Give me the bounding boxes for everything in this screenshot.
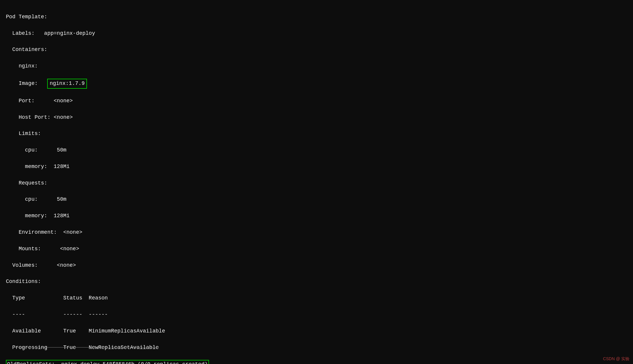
progressing-line: Progressing True NewReplicaSetAvailable bbox=[6, 344, 627, 352]
cond-header-line: Type Status Reason bbox=[6, 294, 627, 302]
mounts-line: Mounts: <none> bbox=[6, 245, 627, 253]
containers-text: Containers: bbox=[6, 47, 47, 52]
available-line: Available True MinimumReplicasAvailable bbox=[6, 327, 627, 335]
port-text: Port: <none> bbox=[6, 98, 73, 104]
old-replica-text: OldReplicaSets: nginx-deploy-548f85846b … bbox=[7, 361, 208, 364]
req-cpu-text: cpu: 50m bbox=[6, 196, 66, 202]
mounts-text: Mounts: <none> bbox=[6, 246, 79, 252]
requests-line: Requests: bbox=[6, 179, 627, 187]
watermark: CSDN @ 实验 bbox=[603, 356, 629, 362]
progressing-text: Progressing True NewReplicaSetAvailable bbox=[12, 345, 159, 350]
environment-text: Environment: <none> bbox=[6, 229, 82, 235]
cond-sep-line: ---- ------ ------ bbox=[6, 311, 627, 319]
replica-sets-block: OldReplicaSets: nginx-deploy-548f85846b … bbox=[6, 360, 627, 364]
nginx-line: nginx: bbox=[6, 62, 627, 70]
available-text: Available True MinimumReplicasAvailable bbox=[6, 328, 165, 334]
port-line: Port: <none> bbox=[6, 97, 627, 105]
image-line: Image: nginx:1.7.9 bbox=[6, 79, 627, 89]
limits-line: Limits: bbox=[6, 130, 627, 138]
memory-line: memory: 128Mi bbox=[6, 163, 627, 171]
terminal-output: Pod Template: Labels: app=nginx-deploy C… bbox=[6, 5, 627, 364]
pod-template-text: Pod Template: bbox=[6, 14, 47, 20]
pod-template-line: Pod Template: bbox=[6, 13, 627, 21]
req-cpu-line: cpu: 50m bbox=[6, 195, 627, 204]
host-port-line: Host Port: <none> bbox=[6, 113, 627, 122]
labels-line: Labels: app=nginx-deploy bbox=[6, 29, 627, 38]
cpu-text: cpu: 50m bbox=[6, 147, 66, 153]
req-memory-text: memory: 128Mi bbox=[6, 213, 70, 219]
volumes-line: Volumes: <none> bbox=[6, 261, 627, 270]
requests-text: Requests: bbox=[6, 180, 47, 186]
conditions-line: Conditions: bbox=[6, 278, 627, 286]
host-port-text: Host Port: <none> bbox=[6, 114, 73, 120]
volumes-text: Volumes: <none> bbox=[6, 262, 76, 268]
nginx-text: nginx: bbox=[6, 63, 38, 69]
containers-line: Containers: bbox=[6, 46, 627, 54]
replica-sets-box: OldReplicaSets: nginx-deploy-548f85846b … bbox=[6, 360, 209, 364]
image-value-box: nginx:1.7.9 bbox=[47, 79, 87, 89]
limits-text: Limits: bbox=[6, 131, 41, 136]
conditions-text: Conditions: bbox=[6, 279, 41, 284]
labels-text: Labels: app=nginx-deploy bbox=[6, 30, 95, 36]
req-memory-line: memory: 128Mi bbox=[6, 212, 627, 220]
cpu-line: cpu: 50m bbox=[6, 146, 627, 154]
cond-header-text: Type Status Reason bbox=[6, 295, 108, 301]
environment-line: Environment: <none> bbox=[6, 228, 627, 237]
cond-sep-text: ---- ------ ------ bbox=[6, 312, 108, 317]
memory-text: memory: 128Mi bbox=[6, 164, 70, 169]
